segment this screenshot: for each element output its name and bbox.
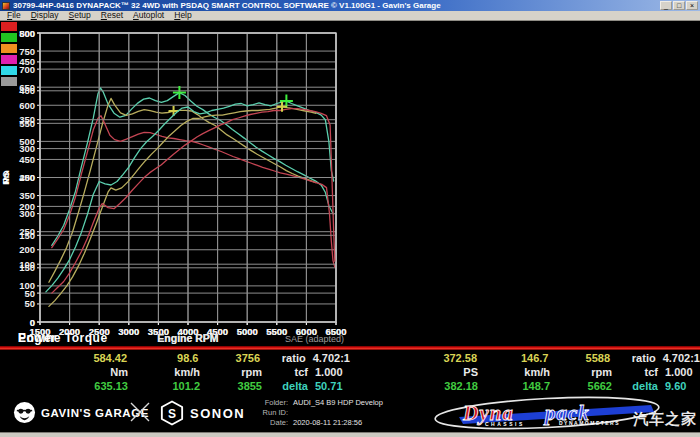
window-controls: _ □ ×: [660, 1, 698, 10]
chart-note: SAE (adapted): [285, 334, 344, 344]
power-readout-panel: 372.58146.75588ratio4.702:1PSkm/hrpmtcf1…: [350, 350, 700, 395]
readout-pair-label: tcf: [262, 365, 308, 379]
readout-pair-value: 9.60: [665, 379, 686, 393]
readout-value: 372.58: [350, 351, 477, 365]
menu-display[interactable]: Display: [26, 11, 64, 20]
svg-text:350: 350: [19, 114, 35, 125]
minimize-button[interactable]: _: [660, 1, 672, 10]
app-icon: [2, 2, 10, 10]
svg-text:400: 400: [19, 85, 35, 96]
svg-text:150: 150: [19, 230, 35, 241]
svg-text:2500: 2500: [89, 326, 110, 337]
sonon-icon: S: [160, 400, 184, 426]
readout-value: 98.6: [127, 351, 198, 365]
run-info-row: Run ID:: [252, 408, 383, 418]
svg-text:100: 100: [19, 259, 35, 270]
y-axis-label: PS: [1, 171, 11, 183]
run-info-label: Date:: [252, 418, 288, 428]
svg-text:300: 300: [19, 143, 35, 154]
svg-text:200: 200: [19, 201, 35, 212]
readout-pair-label: ratio: [610, 351, 656, 365]
readout-row-2: 382.18148.75662delta9.60: [350, 379, 700, 393]
run-info-value: AUDI_S4 B9 HDP Develop: [293, 398, 383, 408]
close-button[interactable]: ×: [686, 1, 698, 10]
svg-text:250: 250: [19, 172, 35, 183]
readout-value: km/h: [478, 365, 550, 379]
readout-value: 3855: [200, 379, 262, 393]
readout-pair-label: tcf: [612, 365, 658, 379]
dynapack-tagline1: CHASSIS: [485, 421, 525, 427]
readouts: 584.4298.63756ratio4.702:1Nmkm/hrpmtcf1.…: [0, 350, 700, 395]
run-info-row: Folder:AUDI_S4 B9 HDP Develop: [252, 398, 383, 408]
readout-row-2: 635.13101.23855delta50.71: [0, 379, 350, 393]
readout-pair-value: 50.71: [315, 379, 343, 393]
readout-value: 382.18: [350, 379, 478, 393]
dynapack-tagline2: DYNAMOMETERS: [559, 420, 620, 426]
maximize-button[interactable]: □: [673, 1, 685, 10]
readout-value: rpm: [200, 365, 262, 379]
run-info-label: Folder:: [252, 398, 288, 408]
readout-value: Nm: [0, 365, 128, 379]
svg-text:0: 0: [30, 317, 35, 328]
menu-file[interactable]: File: [2, 11, 26, 20]
readout-row-0: 584.4298.63756ratio4.702:1: [0, 351, 350, 365]
gavins-garage-icon: [13, 401, 36, 424]
readout-value: 148.7: [478, 379, 550, 393]
readout-value: km/h: [128, 365, 200, 379]
readout-pair-label: delta: [262, 379, 308, 393]
sonon-initial: S: [168, 407, 176, 421]
readout-value: 3756: [198, 351, 260, 365]
legend-swatch-1[interactable]: [1, 33, 17, 42]
run-info-row: Date:2020-08-11 21:28:56: [252, 418, 383, 428]
readout-pair-value: 4.702:1: [313, 351, 350, 365]
readout-pair-value: 1.000: [315, 365, 343, 379]
legend-swatch-2[interactable]: [1, 44, 17, 53]
readout-value: PS: [350, 365, 478, 379]
chart-title: Power: [18, 331, 57, 345]
curve-run-green: [46, 101, 334, 292]
readout-value: 5662: [550, 379, 612, 393]
curve-color-legend: [1, 22, 18, 88]
charts-area: 1500200025003000350040004500500055006000…: [0, 21, 700, 346]
menu-setup[interactable]: Setup: [64, 11, 96, 20]
sonon-text: SONON: [190, 406, 245, 421]
menu-autoplot[interactable]: Autoplot: [128, 11, 169, 20]
window-bottom-edge: [0, 432, 700, 437]
readout-row-1: PSkm/hrpmtcf1.000: [350, 365, 700, 379]
x-axis-label: Engine RPM: [157, 332, 219, 344]
run-info: Folder:AUDI_S4 B9 HDP DevelopRun ID:Date…: [252, 398, 383, 428]
menu-reset[interactable]: Reset: [96, 11, 128, 20]
watermark: 汽车之家: [633, 410, 697, 429]
sonon-logo: S SONON: [160, 400, 245, 426]
curve-run-red: [52, 109, 335, 293]
svg-text:50: 50: [24, 288, 35, 299]
svg-text:450: 450: [19, 56, 35, 67]
readout-pair-label: delta: [612, 379, 658, 393]
legend-swatch-0[interactable]: [1, 22, 17, 31]
run-info-label: Run ID:: [252, 408, 288, 418]
readout-value: 101.2: [128, 379, 200, 393]
svg-text:5000: 5000: [237, 326, 258, 337]
menu-bar: FileDisplaySetupResetAutoplotHelp: [0, 11, 700, 21]
readout-pair-label: ratio: [260, 351, 306, 365]
svg-text:3000: 3000: [118, 326, 139, 337]
readout-pair-value: 1.000: [665, 365, 693, 379]
power-chart[interactable]: 1500200025003000350040004500500055006000…: [0, 21, 350, 346]
menu-help[interactable]: Help: [169, 11, 196, 20]
svg-text:2000: 2000: [59, 326, 80, 337]
readout-value: 635.13: [0, 379, 128, 393]
legend-swatch-4[interactable]: [1, 66, 17, 75]
footer: GAVIN'S GARAGE S SONON Folder:AUDI_S4 B9…: [0, 395, 700, 432]
dynapack-logo: Dyna pack CHASSIS DYNAMOMETERS: [433, 396, 661, 431]
readout-value: 5588: [548, 351, 610, 365]
torque-readout-panel: 584.4298.63756ratio4.702:1Nmkm/hrpmtcf1.…: [0, 350, 350, 395]
readout-value: 584.42: [0, 351, 127, 365]
readout-value: rpm: [550, 365, 612, 379]
app-window: 30799-4HP-0416 DYNAPACK™ 32 4WD with PSD…: [0, 0, 700, 437]
legend-swatch-5[interactable]: [1, 77, 17, 86]
run-info-value: 2020-08-11 21:28:56: [293, 418, 362, 428]
readout-value: 146.7: [477, 351, 548, 365]
readout-pair-value: 4.702:1: [663, 351, 700, 365]
svg-text:500: 500: [19, 28, 35, 39]
legend-swatch-3[interactable]: [1, 55, 17, 64]
